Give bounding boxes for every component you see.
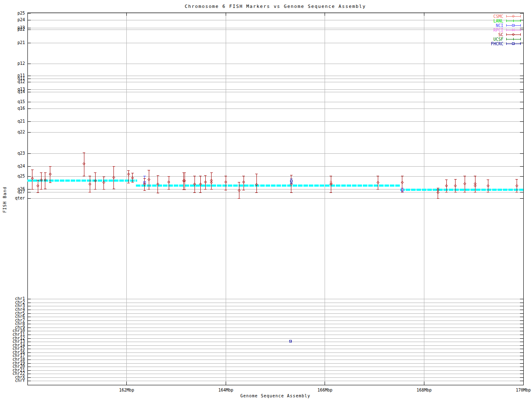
fhcrc-point bbox=[290, 340, 292, 342]
sc-point bbox=[242, 176, 245, 190]
fhcrc-point bbox=[290, 179, 293, 183]
legend-label: UCSF bbox=[493, 37, 503, 42]
sc-point bbox=[377, 176, 379, 189]
legend-item-fhcrc: FHCRC bbox=[491, 42, 520, 46]
plot-area: p25p24p23p22p21p12p11q11q12q13q14q15q16q… bbox=[0, 0, 532, 399]
sc-marker-dot bbox=[475, 186, 475, 186]
legend-label: FHCRC bbox=[491, 42, 503, 46]
sc-marker-dot bbox=[402, 182, 402, 183]
sc-point bbox=[103, 177, 105, 189]
y-tick-label: q24 bbox=[17, 164, 25, 168]
sc-marker-dot bbox=[90, 184, 90, 185]
legend: CSMCLANLNCIRPCISCUCSFFHCRC bbox=[491, 14, 520, 46]
sc-point bbox=[224, 176, 227, 190]
legend-item-lanl: LANL bbox=[493, 19, 520, 23]
y-tick-label: q12 bbox=[17, 79, 25, 84]
x-tick-label: 166Mbp bbox=[318, 388, 332, 392]
sc-series bbox=[31, 153, 518, 198]
sc-marker-dot bbox=[132, 178, 133, 178]
y-tick-label: qter bbox=[15, 196, 25, 200]
y-tick-label: q25 bbox=[17, 174, 25, 178]
sc-marker-dot bbox=[256, 185, 257, 185]
sc-point bbox=[167, 176, 170, 189]
sc-point bbox=[255, 174, 258, 192]
y-tick-label: q21 bbox=[17, 119, 25, 123]
sc-point bbox=[157, 175, 159, 193]
sc-marker-dot bbox=[149, 180, 149, 180]
sc-marker-dot bbox=[128, 174, 129, 175]
gridlines bbox=[27, 12, 523, 385]
sc-marker-dot bbox=[144, 184, 145, 185]
sc-marker-dot bbox=[211, 182, 212, 183]
sc-marker-dot bbox=[205, 182, 206, 182]
sc-point bbox=[44, 172, 47, 189]
sc-marker-dot bbox=[195, 184, 195, 185]
legend-label: CSMC bbox=[493, 14, 503, 19]
sc-marker-dot bbox=[226, 182, 226, 182]
y-tick-label: q14 bbox=[17, 89, 25, 94]
legend-item-rpci: RPCI bbox=[493, 28, 520, 32]
sc-marker-dot bbox=[113, 177, 114, 178]
fhcrc-series bbox=[290, 179, 293, 342]
y-tick-label: q27 bbox=[17, 190, 25, 194]
sc-point bbox=[143, 178, 146, 190]
sc-marker-dot bbox=[50, 174, 50, 175]
sc-point bbox=[204, 175, 207, 189]
sc-marker-dot bbox=[438, 192, 438, 193]
x-axis-title: Genome Sequence Assembly bbox=[27, 394, 523, 398]
plot-border bbox=[27, 12, 523, 385]
y-tick-label: q22 bbox=[17, 130, 25, 134]
sc-marker-dot bbox=[239, 190, 239, 191]
chart-title: Chromosome 6 FISH Markers vs Genome Sequ… bbox=[27, 4, 523, 9]
legend-sample-marker bbox=[512, 38, 515, 40]
sc-marker-dot bbox=[200, 184, 201, 185]
sc-marker-dot bbox=[211, 180, 212, 181]
y-tick-label: q16 bbox=[17, 106, 25, 111]
sc-marker-dot bbox=[438, 190, 438, 190]
sc-marker-dot bbox=[169, 182, 169, 182]
legend-item-csmc: CSMC bbox=[493, 14, 520, 19]
sc-point bbox=[193, 176, 196, 192]
sc-point bbox=[113, 166, 115, 189]
sc-point bbox=[210, 172, 213, 189]
sc-marker-dot bbox=[38, 186, 38, 186]
sc-point bbox=[290, 175, 293, 192]
legend-item-sc: SC bbox=[498, 32, 520, 37]
x-tick-label: 168Mbp bbox=[416, 388, 431, 392]
legend-item-nci: NCI bbox=[496, 23, 520, 28]
y-tick-label: p25 bbox=[17, 11, 25, 15]
x-tick-label: 162Mbp bbox=[119, 388, 134, 392]
legend-label: SC bbox=[498, 32, 503, 37]
sc-marker-dot bbox=[378, 182, 378, 183]
sc-marker-dot bbox=[41, 180, 42, 180]
x-tick-label: 164Mbp bbox=[218, 388, 233, 392]
y-tick-label: q23 bbox=[17, 151, 25, 155]
sc-marker-dot bbox=[84, 164, 84, 164]
legend-label: NCI bbox=[496, 23, 503, 28]
sc-marker-dot bbox=[331, 184, 331, 185]
sc-marker-dot bbox=[45, 180, 45, 180]
sc-point bbox=[330, 176, 332, 192]
sc-marker-dot bbox=[475, 184, 475, 184]
sc-marker-dot bbox=[465, 184, 465, 184]
sc-point bbox=[199, 176, 202, 192]
sc-marker-dot bbox=[158, 184, 158, 185]
sc-marker-dot bbox=[488, 186, 488, 186]
tick-labels: p25p24p23p22p21p12p11q11q12q13q14q15q16q… bbox=[12, 11, 531, 392]
x-tick-label: 170Mbp bbox=[516, 388, 531, 392]
legend-item-ucsf: UCSF bbox=[493, 37, 520, 42]
sc-point bbox=[83, 153, 85, 176]
sc-marker-dot bbox=[103, 182, 104, 183]
sc-marker-dot bbox=[244, 182, 244, 182]
y-tick-label: p12 bbox=[17, 61, 25, 66]
axis-ticks bbox=[27, 12, 523, 385]
y-tick-label: p21 bbox=[17, 40, 25, 45]
y-tick-label: p24 bbox=[17, 17, 25, 22]
sc-marker-dot bbox=[455, 186, 456, 186]
legend-sample-marker-dot bbox=[513, 16, 514, 17]
y-tick-label: q15 bbox=[17, 99, 25, 104]
sc-point bbox=[89, 176, 91, 192]
sc-marker-dot bbox=[32, 178, 32, 179]
legend-label: LANL bbox=[493, 19, 503, 23]
sc-marker-dot bbox=[517, 186, 517, 186]
